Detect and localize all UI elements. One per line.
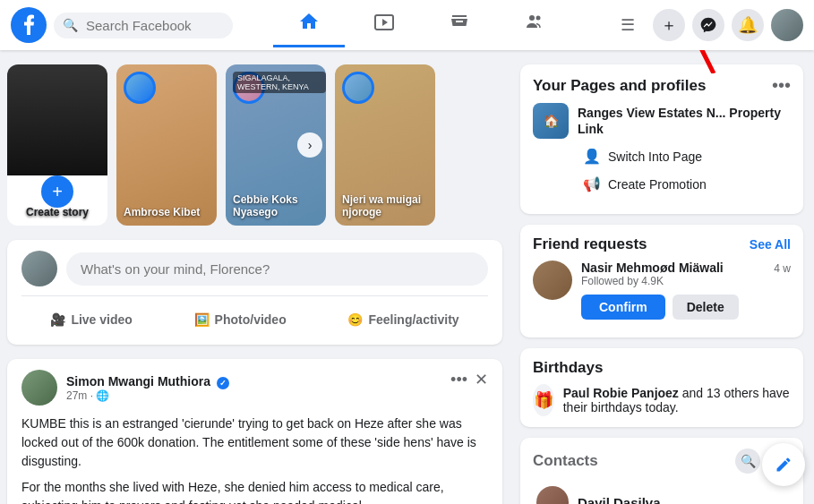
switch-icon: 👤 <box>583 148 601 165</box>
notifications-btn[interactable]: 🔔 <box>732 9 764 41</box>
svg-line-6 <box>660 50 714 73</box>
top-nav: 🔍 ☰ ＋ 🔔 <box>0 0 814 50</box>
birthdays-title: Birthdays <box>533 359 791 377</box>
feed-area: + Create story Ambrose Kibet SIGALAGALA,… <box>0 50 510 504</box>
page-name: Ranges View Estates N... Property Link <box>578 105 791 137</box>
see-all-btn[interactable]: See All <box>750 237 791 252</box>
pages-section-title: Your Pages and profiles ••• <box>533 75 791 96</box>
messenger-btn[interactable] <box>692 9 724 41</box>
post-box-top <box>21 251 488 286</box>
add-btn[interactable]: ＋ <box>653 9 685 41</box>
friend-req-meta: Followed by 4.9K <box>581 275 765 287</box>
profile-avatar-btn[interactable] <box>771 9 803 41</box>
photo-icon: 🖼️ <box>194 312 210 327</box>
groups-nav-btn[interactable] <box>499 4 570 46</box>
contact-item-davil[interactable]: Davil Dasilva <box>533 481 791 504</box>
live-video-icon: 🎥 <box>50 312 65 327</box>
post-more-btn[interactable]: ••• <box>450 371 467 389</box>
friend-requests-title: Friend requests See All <box>533 235 791 253</box>
post-header: Simon Mwangi Muthiora ✓ 27m · 🌐 ••• ✕ <box>21 370 488 406</box>
post-author-name: Simon Mwangi Muthiora ✓ <box>66 374 229 389</box>
contacts-section: Contacts 🔍 ••• Davil Dasilva Samuel Wama… <box>520 438 803 504</box>
create-story-card[interactable]: + Create story <box>7 64 107 226</box>
story-cebbie[interactable]: SIGALAGALA, WESTERN, KENYA Cebbie Koks N… <box>226 64 326 226</box>
create-story-plus: + <box>41 175 73 208</box>
contacts-title: Contacts <box>533 452 598 470</box>
contacts-header: Contacts 🔍 ••• <box>533 448 791 474</box>
svg-point-3 <box>529 15 535 21</box>
feeling-icon: 😊 <box>347 312 363 327</box>
switch-into-page-link[interactable]: 👤 Switch Into Page <box>578 144 791 168</box>
post-text-2: For the months she lived with Heze, she … <box>21 478 488 504</box>
svg-marker-2 <box>382 19 388 26</box>
story-label-cebbie: Cebbie Koks Nyasego <box>233 193 319 218</box>
post-user: Simon Mwangi Muthiora ✓ 27m · 🌐 <box>21 370 229 406</box>
contact-avatar-davil <box>536 486 569 504</box>
story-next-arrow[interactable]: › <box>297 132 322 158</box>
post-user-avatar <box>21 370 57 406</box>
friend-requests-section: Friend requests See All Nasir Mehmoød Mi… <box>520 225 803 337</box>
nav-center <box>233 4 610 47</box>
home-nav-btn[interactable] <box>273 4 345 47</box>
friend-req-time: 4 w <box>774 261 791 275</box>
page-action-row: 👤 Switch Into Page 📢 Create Promotion <box>578 144 791 196</box>
live-video-btn[interactable]: 🎥 Live video <box>36 305 146 334</box>
compose-avatar <box>21 251 57 286</box>
main-layout: + Create story Ambrose Kibet SIGALAGALA,… <box>0 50 814 504</box>
post-compose-box: 🎥 Live video 🖼️ Photo/video 😊 Feeling/ac… <box>7 240 502 345</box>
post-meta: 27m · 🌐 <box>66 389 229 402</box>
post-input[interactable] <box>66 252 488 286</box>
birthdays-section: Birthdays 🎁 Paul Robie Panjoez and 13 ot… <box>520 348 803 427</box>
nav-right: ☰ ＋ 🔔 <box>610 8 803 42</box>
post-close-btn[interactable]: ✕ <box>475 370 488 389</box>
post-content: KUMBE this is an estranged 'cierunde' tr… <box>21 414 488 504</box>
new-message-float-btn[interactable] <box>762 443 805 486</box>
page-item: 🏠 Ranges View Estates N... Property Link <box>533 103 791 139</box>
post-controls: ••• ✕ <box>450 370 488 389</box>
birthday-item: 🎁 Paul Robie Panjoez and 13 others have … <box>533 384 791 416</box>
friend-req-info: Nasir Mehmoød Miäwali Followed by 4.9K C… <box>581 261 765 320</box>
story-ambrose[interactable]: Ambrose Kibet <box>116 64 217 226</box>
red-arrow <box>642 50 732 73</box>
story-avatar-ambrose <box>124 72 156 104</box>
birthday-icon: 🎁 <box>533 384 554 416</box>
svg-point-4 <box>536 16 540 21</box>
pages-more-btn[interactable]: ••• <box>772 75 791 96</box>
story-label-njeri: Njeri wa muigai njoroge <box>342 193 428 218</box>
watch-nav-btn[interactable] <box>348 4 420 46</box>
post-text-1: KUMBE this is an estranged 'cierunde' tr… <box>21 414 488 471</box>
contacts-search-btn[interactable]: 🔍 <box>735 448 760 474</box>
contact-name-davil: Davil Dasilva <box>578 495 661 505</box>
post-card: Simon Mwangi Muthiora ✓ 27m · 🌐 ••• ✕ <box>7 359 502 504</box>
pages-section: Your Pages and profiles ••• 🏠 Ranges Vie… <box>520 64 803 214</box>
page-avatar: 🏠 <box>533 103 569 139</box>
post-user-info: Simon Mwangi Muthiora ✓ 27m · 🌐 <box>66 374 229 402</box>
friend-req-avatar <box>533 261 572 300</box>
friend-req-name: Nasir Mehmoød Miäwali <box>581 261 765 275</box>
post-actions-row: 🎥 Live video 🖼️ Photo/video 😊 Feeling/ac… <box>21 295 488 334</box>
confirm-btn[interactable]: Confirm <box>581 295 665 320</box>
promotion-icon: 📢 <box>583 175 601 192</box>
verified-badge: ✓ <box>217 377 229 389</box>
delete-btn[interactable]: Delete <box>673 295 739 320</box>
birthday-text: Paul Robie Panjoez and 13 others have th… <box>563 386 791 414</box>
story-avatar-njeri <box>342 72 374 104</box>
search-input[interactable] <box>54 13 233 38</box>
menu-btn[interactable]: ☰ <box>610 8 646 42</box>
photo-video-btn[interactable]: 🖼️ Photo/video <box>180 305 301 334</box>
create-promotion-link[interactable]: 📢 Create Promotion <box>578 172 791 196</box>
facebook-logo[interactable] <box>11 7 47 43</box>
feeling-btn[interactable]: 😊 Feeling/activity <box>333 305 473 334</box>
stories-row: + Create story Ambrose Kibet SIGALAGALA,… <box>7 64 502 226</box>
privacy-icon: 🌐 <box>96 389 109 402</box>
marketplace-nav-btn[interactable] <box>424 4 495 46</box>
friend-request-item: Nasir Mehmoød Miäwali Followed by 4.9K C… <box>533 261 791 320</box>
search-wrapper: 🔍 <box>54 13 233 38</box>
story-njeri[interactable]: Njeri wa muigai njoroge <box>335 64 435 226</box>
friend-req-buttons: Confirm Delete <box>581 295 765 320</box>
story-label-ambrose: Ambrose Kibet <box>124 206 210 218</box>
create-story-label: Create story <box>14 206 100 218</box>
search-icon: 🔍 <box>63 18 78 32</box>
story-location-cebbie: SIGALAGALA, WESTERN, KENYA <box>233 72 326 93</box>
nav-left: 🔍 <box>11 7 233 43</box>
